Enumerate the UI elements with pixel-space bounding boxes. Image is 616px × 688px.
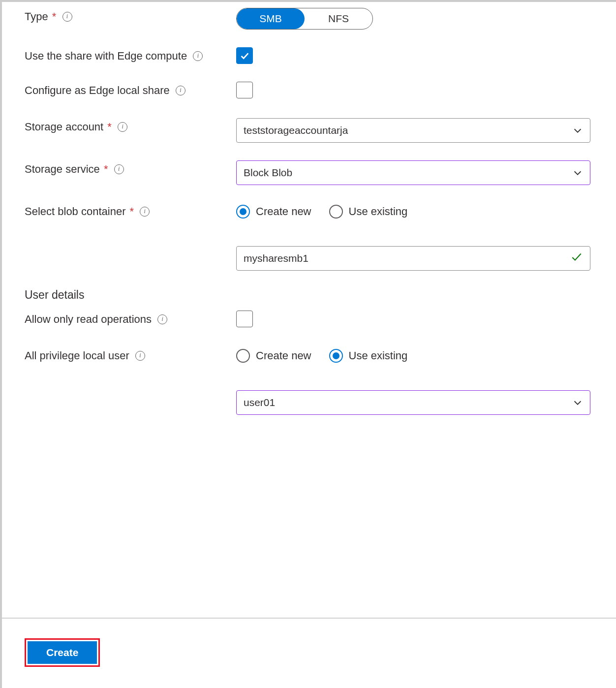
configure-local-checkbox[interactable] <box>236 82 253 98</box>
storage-service-value: Block Blob <box>244 167 292 179</box>
blob-container-label: Select blob container * i <box>25 203 231 219</box>
check-icon <box>570 250 583 266</box>
type-label: Type * i <box>25 8 231 24</box>
info-icon: i <box>140 207 150 217</box>
chevron-down-icon <box>572 167 583 178</box>
blob-container-use-existing[interactable]: Use existing <box>329 205 408 219</box>
edge-compute-checkbox[interactable] <box>236 47 253 64</box>
type-option-nfs[interactable]: NFS <box>305 8 372 29</box>
blob-container-name-value: mysharesmb1 <box>244 252 308 264</box>
edge-compute-label: Use the share with Edge compute i <box>25 47 231 63</box>
info-icon: i <box>193 51 203 61</box>
radio-label: Use existing <box>349 205 408 218</box>
radio-label: Create new <box>256 349 311 362</box>
type-option-smb[interactable]: SMB <box>237 8 305 29</box>
radio-label: Use existing <box>349 349 408 362</box>
footer: Create <box>2 618 616 688</box>
storage-service-label: Storage service * i <box>25 160 231 177</box>
chevron-down-icon <box>572 125 583 136</box>
storage-service-select[interactable]: Block Blob <box>236 160 590 185</box>
info-icon: i <box>118 122 127 132</box>
privilege-user-value: user01 <box>244 397 275 408</box>
info-icon: i <box>62 12 72 22</box>
radio-label: Create new <box>256 205 311 218</box>
privilege-user-label: All privilege local user i <box>25 347 231 363</box>
storage-account-select[interactable]: teststorageaccountarja <box>236 118 590 143</box>
check-icon <box>239 50 250 61</box>
storage-account-label: Storage account * i <box>25 118 231 134</box>
info-icon: i <box>114 164 124 174</box>
blob-container-name-input[interactable]: mysharesmb1 <box>236 246 590 271</box>
allow-read-label: Allow only read operations i <box>25 311 231 327</box>
allow-read-checkbox[interactable] <box>236 311 253 327</box>
privilege-user-select[interactable]: user01 <box>236 390 590 415</box>
info-icon: i <box>176 86 185 95</box>
configure-local-label: Configure as Edge local share i <box>25 82 231 98</box>
privilege-user-create-new[interactable]: Create new <box>236 349 311 363</box>
blob-container-create-new[interactable]: Create new <box>236 205 311 219</box>
section-user-details: User details <box>25 288 593 302</box>
create-button-highlight: Create <box>25 638 100 667</box>
info-icon: i <box>135 351 145 361</box>
type-toggle: SMB NFS <box>236 8 373 30</box>
info-icon: i <box>157 314 167 324</box>
chevron-down-icon <box>572 397 583 408</box>
create-button[interactable]: Create <box>28 641 97 664</box>
storage-account-value: teststorageaccountarja <box>244 125 348 136</box>
privilege-user-use-existing[interactable]: Use existing <box>329 349 408 363</box>
